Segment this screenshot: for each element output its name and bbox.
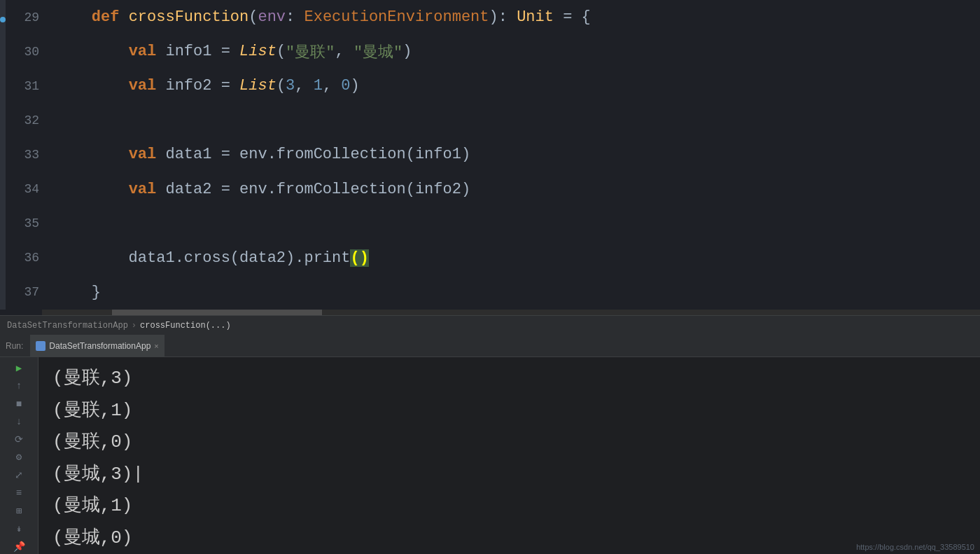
- breadcrumb: DataSetTransformationApp › crossFunction…: [0, 315, 980, 335]
- breadcrumb-part2: crossFunction(...): [140, 321, 231, 331]
- output-line: (曼联,0): [52, 428, 966, 457]
- code-token: crossFunction: [129, 8, 249, 26]
- editor-scrollbar[interactable]: [0, 310, 980, 315]
- line-number: 34: [24, 172, 39, 207]
- scroll-up-button[interactable]: ↑: [10, 378, 27, 393]
- code-token: ExecutionEnvironment: [304, 8, 489, 26]
- code-token: = {: [554, 8, 591, 26]
- breadcrumb-part1: DataSetTransformationApp: [7, 321, 128, 331]
- line-number: 32: [24, 103, 39, 137]
- code-token: info1 =: [156, 43, 239, 60]
- code-token: List: [239, 77, 276, 95]
- scroll-down-button[interactable]: ↓: [10, 414, 27, 429]
- code-token: def: [92, 8, 120, 26]
- code-token: Unit: [517, 8, 554, 26]
- code-line: [55, 207, 980, 241]
- line-number: 36: [24, 241, 39, 275]
- code-content: def crossFunction(env: ExecutionEnvironm…: [48, 0, 980, 310]
- code-token: val: [129, 43, 157, 60]
- code-line: val data1 = env.fromCollection(info1): [55, 137, 980, 172]
- output-line: (曼城,3): [52, 460, 966, 490]
- run-body: ▶↑■↓⟳⚙⤢≡⊞↡📌 (曼联,3)(曼联,1)(曼联,0)(曼城,3)(曼城,…: [0, 357, 980, 554]
- run-tab-icon: [36, 341, 46, 351]
- line-numbers: 293031323334353637: [6, 0, 48, 310]
- breakpoint-column: [0, 0, 6, 310]
- marker-row: [0, 39, 6, 78]
- run-sidebar: ▶↑■↓⟳⚙⤢≡⊞↡📌: [0, 357, 38, 554]
- code-token: ): [402, 43, 412, 60]
- run-label: Run:: [6, 341, 23, 351]
- code-token: val: [129, 77, 157, 95]
- code-token: (: [350, 249, 359, 267]
- settings-button[interactable]: ⚙: [10, 450, 27, 464]
- code-token: [55, 77, 129, 95]
- code-token: 3: [286, 77, 295, 95]
- code-token: env: [258, 8, 286, 26]
- code-token: [55, 8, 92, 26]
- code-token: (: [276, 77, 286, 95]
- code-token: :: [286, 8, 304, 26]
- output-line: (曼城,0): [52, 524, 966, 553]
- breadcrumb-arrow: ›: [132, 321, 136, 331]
- code-token: [55, 146, 129, 163]
- run-tab-name: DataSetTransformationApp: [49, 341, 150, 351]
- marker-row: [0, 0, 6, 39]
- code-token: ): [360, 249, 369, 267]
- marker-row: [0, 235, 6, 275]
- line-number: 37: [24, 275, 39, 310]
- output-line: (曼联,1): [52, 396, 966, 426]
- marker-row: [0, 196, 6, 235]
- code-token: 0: [341, 77, 350, 95]
- line-number: 29: [24, 0, 39, 34]
- menu-button[interactable]: ≡: [10, 485, 27, 500]
- code-token: (: [248, 8, 258, 26]
- output-line: (曼联,3): [52, 364, 966, 394]
- code-token: List: [239, 43, 276, 60]
- code-editor: 293031323334353637 def crossFunction(env…: [0, 0, 980, 315]
- line-number: 33: [24, 137, 39, 172]
- line-number: 35: [24, 207, 39, 241]
- marker-row: [0, 78, 6, 118]
- line-number: 30: [24, 34, 39, 69]
- rerun-button[interactable]: ⟳: [10, 432, 27, 447]
- code-token: ,: [323, 77, 341, 95]
- code-token: ):: [489, 8, 517, 26]
- line-number: 31: [24, 69, 39, 103]
- marker-row: [0, 118, 6, 157]
- code-line: val info1 = List("曼联", "曼城"): [55, 34, 980, 69]
- watermark: https://blog.csdn.net/qq_33589510: [856, 543, 974, 551]
- code-token: "曼联": [286, 41, 335, 62]
- code-line: data1.cross(data2).print(): [55, 241, 980, 275]
- expand-button[interactable]: ⤢: [10, 468, 27, 483]
- code-token: info2 =: [156, 77, 239, 95]
- code-token: val: [129, 181, 157, 198]
- code-token: 1: [314, 77, 323, 95]
- code-token: }: [55, 284, 101, 301]
- code-token: [119, 8, 128, 26]
- code-line: val info2 = List(3, 1, 0): [55, 69, 980, 103]
- code-token: "曼城": [354, 41, 402, 62]
- code-line: val data2 = env.fromCollection(info2): [55, 172, 980, 207]
- code-line: def crossFunction(env: ExecutionEnvironm…: [55, 0, 980, 34]
- output-line: (曼城,1): [52, 492, 966, 521]
- code-token: ,: [335, 43, 353, 60]
- run-tab-close-button[interactable]: ×: [154, 342, 158, 350]
- run-button[interactable]: ▶: [10, 361, 27, 375]
- stop-button[interactable]: ■: [10, 396, 27, 411]
- layout-button[interactable]: ⊞: [10, 504, 27, 518]
- code-token: val: [129, 146, 157, 163]
- pin-button[interactable]: 📌: [10, 539, 27, 554]
- code-line: [55, 103, 980, 137]
- code-line: }: [55, 275, 980, 310]
- breakpoint-marker: [0, 17, 6, 22]
- app-container: 293031323334353637 def crossFunction(env…: [0, 0, 980, 554]
- code-token: ,: [295, 77, 313, 95]
- scroll-bottom-button[interactable]: ↡: [10, 521, 27, 536]
- run-tab-app[interactable]: DataSetTransformationApp ×: [30, 335, 164, 357]
- run-output: (曼联,3)(曼联,1)(曼联,0)(曼城,3)(曼城,1)(曼城,0): [38, 357, 980, 554]
- marker-row: [0, 157, 6, 196]
- code-token: (: [276, 43, 286, 60]
- marker-row: [0, 275, 6, 310]
- code-token: data1 = env.fromCollection(info1): [156, 146, 470, 163]
- code-token: ): [351, 77, 360, 95]
